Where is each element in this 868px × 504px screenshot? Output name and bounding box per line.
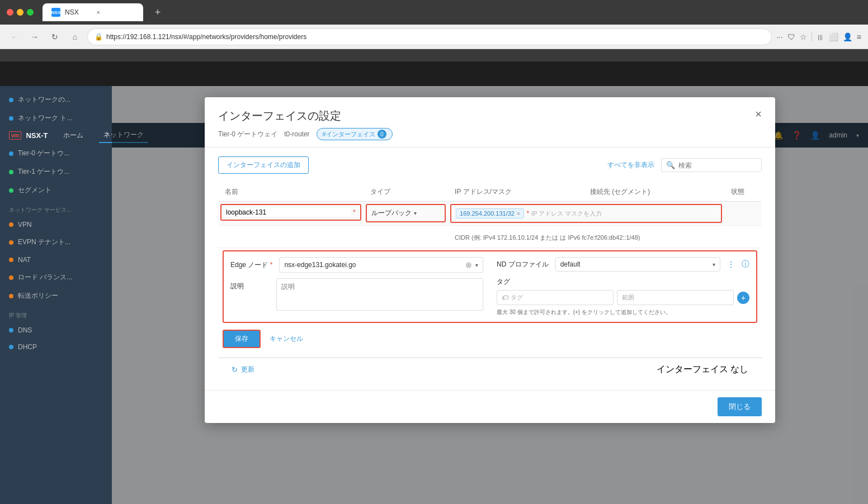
sidebar-item-loadbalancer[interactable]: ロード バランス... (0, 268, 112, 287)
modal-footer: ↻ 更新 インターフェイス なし (218, 358, 762, 381)
back-button[interactable]: ← (7, 29, 22, 45)
sidebar-dot (9, 294, 13, 298)
sidebar-section-ip: IP 管理 (0, 305, 112, 322)
sidebar-icon[interactable]: ⫼ (817, 32, 824, 41)
refresh-button[interactable]: ↻ (47, 29, 63, 45)
nd-chevron-icon[interactable]: ▾ (713, 261, 715, 268)
edge-clear-icon[interactable]: ⊗ (465, 260, 472, 269)
modal-close-button[interactable]: × (755, 108, 762, 120)
sidebar-item-vpn[interactable]: VPN (0, 216, 112, 233)
nav-home[interactable]: ホーム (59, 129, 88, 142)
minimize-button[interactable] (17, 9, 23, 16)
ip-tag: 169.254.200.131/32 × (456, 208, 524, 218)
edge-node-row: Edge ノード * nsx-edge131.gokatei.go ⊗ (230, 257, 483, 273)
edge-node-value: nsx-edge131.gokatei.go (284, 261, 462, 269)
subtitle-router: t0-router (284, 130, 309, 138)
sidebar-section-services: ネットワーク サービス... (0, 199, 112, 216)
tag-input-field[interactable]: 🏷 タグ (497, 290, 614, 305)
close-button[interactable] (7, 9, 13, 16)
interface-settings-modal: インターフェイスの設定 Tier-0 ゲートウェイ t0-router #インタ… (205, 97, 775, 423)
nd-profile-select[interactable]: default ▾ (555, 257, 720, 272)
sidebar-item-evpn[interactable]: EVPN テナント... (0, 233, 112, 251)
tab-title: NSX (65, 8, 79, 16)
bookmark-icon[interactable]: ☆ (800, 32, 807, 41)
new-tab-button[interactable]: + (150, 4, 166, 20)
sidebar-dot (9, 240, 13, 245)
forward-button[interactable]: → (27, 29, 43, 45)
tags-label: タグ (497, 277, 749, 287)
shield-icon[interactable]: 🛡 (787, 32, 795, 41)
right-col: ND プロファイル default ▾ ⋮ ⓘ (497, 257, 749, 316)
tags-hint: 最大 30 個まで許可されます。(+) をクリックして追加してください。 (497, 308, 749, 316)
tab-close-icon[interactable]: × (95, 8, 102, 16)
refresh-button[interactable]: ↻ 更新 (232, 365, 254, 374)
maximize-button[interactable] (27, 9, 34, 16)
status-cell (724, 202, 762, 226)
modal-overlay: インターフェイスの設定 Tier-0 ゲートウェイ t0-router #インタ… (112, 86, 868, 504)
table-row-editing: * ループバック ▾ (218, 202, 762, 226)
edge-section: Edge ノード * nsx-edge131.gokatei.go ⊗ (223, 250, 757, 323)
modal-header: インターフェイスの設定 Tier-0 ゲートウェイ t0-router #インタ… (205, 97, 775, 148)
scope-placeholder: 範囲 (622, 293, 634, 302)
account-icon[interactable]: 👤 (843, 32, 852, 41)
add-interface-button[interactable]: インターフェイスの追加 (218, 156, 309, 174)
sidebar-dot (9, 170, 13, 174)
modal-body: インターフェイスの追加 すべてを非表示 🔍 (205, 148, 775, 390)
description-input[interactable] (276, 278, 483, 311)
ip-placeholder: IP アドレス マスクを入力 (531, 210, 602, 218)
sidebar-dot (9, 328, 13, 332)
col-status: 状態 (724, 183, 762, 202)
sidebar-dot (9, 345, 13, 349)
nd-more-icon[interactable]: ⋮ (727, 260, 735, 269)
col-type: タイプ (364, 183, 449, 202)
menu-icon[interactable]: ≡ (857, 32, 861, 41)
edge-node-input[interactable]: nsx-edge131.gokatei.go ⊗ ▾ (279, 257, 483, 273)
refresh-icon: ↻ (232, 365, 238, 374)
browser-tab[interactable]: NSX NSX × (43, 3, 143, 21)
interface-badge[interactable]: #インターフェイス 0 (317, 128, 393, 140)
sidebar-item-forwarding[interactable]: 転送ポリシー (0, 287, 112, 305)
more-icon[interactable]: ··· (776, 32, 783, 41)
edge-chevron-icon[interactable]: ▾ (475, 262, 478, 268)
address-url: https://192.168.1.121/nsx/#/app/networks… (106, 33, 765, 41)
left-col: Edge ノード * nsx-edge131.gokatei.go ⊗ (230, 257, 483, 316)
badge-text: #インターフェイス (323, 130, 375, 139)
tag-placeholder: タグ (511, 293, 523, 302)
ip-tag-clear[interactable]: × (517, 210, 520, 217)
sidebar-item-segment[interactable]: セグメント (0, 181, 112, 199)
action-row: 保存 キャンセル (223, 323, 757, 355)
ip-tag-value: 169.254.200.131/32 (460, 210, 515, 217)
tags-add-button[interactable]: + (737, 292, 749, 304)
two-col-layout: Edge ノード * nsx-edge131.gokatei.go ⊗ (230, 257, 749, 316)
save-button[interactable]: 保存 (223, 330, 261, 348)
cancel-button[interactable]: キャンセル (266, 331, 306, 347)
sidebar: ネットワークの... ネットワーク ト... 接続 Tier-0 ゲートウ...… (0, 86, 112, 504)
sidebar-item-tier1[interactable]: Tier-1 ゲートウ... (0, 163, 112, 181)
dialog-footer: 閉じる (205, 390, 775, 423)
address-bar[interactable]: 🔒 https://192.168.1.121/nsx/#/app/networ… (87, 28, 772, 45)
search-input[interactable] (678, 161, 757, 169)
sidebar-dot (9, 116, 13, 121)
col-name: 名前 (218, 183, 364, 202)
scope-input-field[interactable]: 範囲 (617, 290, 734, 305)
nd-info-icon[interactable]: ⓘ (742, 259, 749, 269)
edge-node-label: Edge ノード * (230, 260, 272, 270)
search-icon: 🔍 (666, 161, 675, 169)
sidebar-item-dns[interactable]: DNS (0, 322, 112, 339)
tags-section: タグ 🏷 タグ (497, 277, 749, 316)
sidebar-item-network1[interactable]: ネットワークの... (0, 91, 112, 109)
nd-profile-label: ND プロファイル (497, 260, 549, 269)
col-ip: IP アドレス/マスク (448, 183, 583, 202)
name-input[interactable] (226, 208, 351, 216)
close-modal-button[interactable]: 閉じる (718, 397, 762, 416)
tab-grid-icon[interactable]: ⬜ (829, 32, 838, 41)
sidebar-item-dhcp[interactable]: DHCP (0, 339, 112, 355)
desc-label: 説明 (230, 278, 270, 291)
modal-subtitle: Tier-0 ゲートウェイ t0-router #インターフェイス 0 (218, 128, 393, 140)
description-row: 説明 (230, 278, 483, 311)
sidebar-dot (9, 222, 13, 227)
hide-all-link[interactable]: すべてを非表示 (607, 160, 654, 170)
toolbar-right: すべてを非表示 🔍 (607, 158, 762, 172)
home-button[interactable]: ⌂ (67, 29, 83, 45)
sidebar-item-nat[interactable]: NAT (0, 251, 112, 268)
